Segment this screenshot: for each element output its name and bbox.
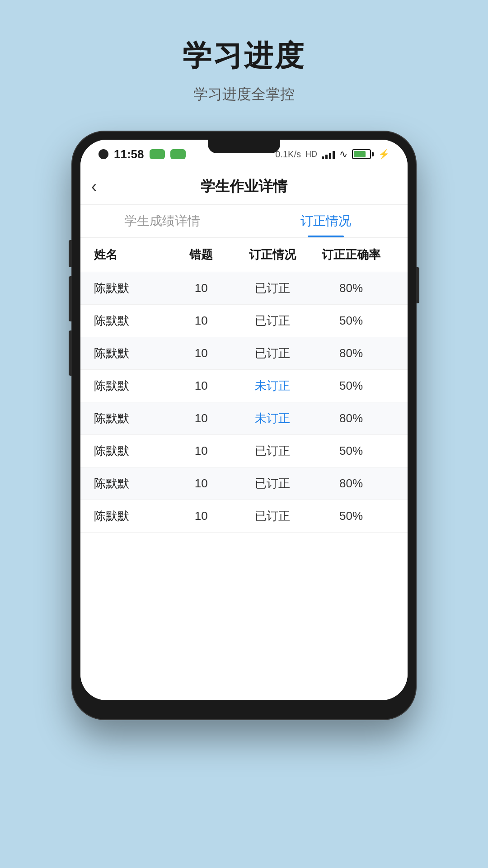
cell-errors: 10 [165, 509, 237, 523]
cell-name: 陈默默 [94, 345, 165, 361]
cell-accuracy: 50% [308, 314, 394, 328]
signal-icon [322, 149, 335, 159]
col-header-accuracy: 订正正确率 [308, 247, 394, 263]
cell-status: 未订正 [237, 410, 308, 426]
network-speed: 0.1K/s [275, 149, 301, 160]
col-header-status: 订正情况 [237, 247, 308, 263]
cell-accuracy: 50% [308, 379, 394, 393]
hd-label: HD [305, 150, 317, 159]
volume-up-button [69, 276, 72, 321]
page-subtitle: 学习进度全掌控 [183, 85, 305, 104]
cell-status: 已订正 [237, 508, 308, 524]
cell-status: 未订正 [237, 378, 308, 394]
phone-notch [208, 140, 280, 153]
status-time: 11:58 [114, 147, 144, 161]
cell-errors: 10 [165, 379, 237, 393]
table-row: 陈默默10未订正50% [80, 370, 408, 402]
cell-name: 陈默默 [94, 313, 165, 329]
table-row: 陈默默10未订正80% [80, 402, 408, 435]
cell-accuracy: 80% [308, 411, 394, 425]
table-row: 陈默默10已订正80% [80, 272, 408, 305]
volume-down-button [69, 330, 72, 376]
cell-name: 陈默默 [94, 508, 165, 524]
cell-errors: 10 [165, 476, 237, 491]
table-header: 姓名 错题 订正情况 订正正确率 [80, 238, 408, 272]
table-body: 陈默默10已订正80%陈默默10已订正50%陈默默10已订正80%陈默默10未订… [80, 272, 408, 533]
status-bar-right: 0.1K/s HD ∿ ⚡ [275, 148, 389, 160]
cell-accuracy: 80% [308, 281, 394, 295]
cell-status: 已订正 [237, 345, 308, 361]
cell-errors: 10 [165, 444, 237, 458]
cell-status: 已订正 [237, 476, 308, 491]
cell-accuracy: 80% [308, 346, 394, 360]
col-header-errors: 错题 [165, 247, 237, 263]
cell-errors: 10 [165, 411, 237, 425]
cell-errors: 10 [165, 281, 237, 295]
mute-button [69, 240, 72, 267]
cell-status: 已订正 [237, 280, 308, 296]
tab-grades[interactable]: 学生成绩详情 [80, 205, 244, 237]
phone-screen: 11:58 0.1K/s HD ∿ ⚡ ‹ 学生作业详情 [80, 140, 408, 700]
cell-name: 陈默默 [94, 410, 165, 426]
cell-accuracy: 80% [308, 476, 394, 491]
power-button [416, 267, 419, 303]
table-row: 陈默默10已订正50% [80, 435, 408, 467]
app-header-title: 学生作业详情 [201, 177, 287, 197]
table-row: 陈默默10已订正80% [80, 337, 408, 370]
cell-accuracy: 50% [308, 444, 394, 458]
cell-name: 陈默默 [94, 378, 165, 394]
phone-frame: 11:58 0.1K/s HD ∿ ⚡ ‹ 学生作业详情 [72, 132, 416, 719]
cell-status: 已订正 [237, 443, 308, 459]
cell-errors: 10 [165, 346, 237, 360]
table-row: 陈默默10已订正50% [80, 500, 408, 533]
status-bar-left: 11:58 [99, 147, 186, 161]
cell-errors: 10 [165, 314, 237, 328]
wifi-icon: ∿ [339, 148, 347, 160]
back-button[interactable]: ‹ [91, 177, 97, 196]
table-row: 陈默默10已订正50% [80, 305, 408, 337]
cell-accuracy: 50% [308, 509, 394, 523]
cell-name: 陈默默 [94, 476, 165, 491]
front-camera [99, 149, 108, 159]
app-header: ‹ 学生作业详情 [80, 169, 408, 205]
table-row: 陈默默10已订正80% [80, 467, 408, 500]
status-icon-2 [170, 149, 186, 159]
data-table: 姓名 错题 订正情况 订正正确率 陈默默10已订正80%陈默默10已订正50%陈… [80, 238, 408, 700]
tab-bar: 学生成绩详情 订正情况 [80, 205, 408, 238]
charging-icon: ⚡ [378, 149, 389, 160]
col-header-name: 姓名 [94, 247, 165, 263]
page-title: 学习进度 [183, 36, 305, 75]
status-icon-1 [150, 149, 165, 159]
battery-icon [352, 149, 374, 159]
page-header: 学习进度 学习进度全掌控 [183, 0, 305, 104]
cell-name: 陈默默 [94, 443, 165, 459]
tab-corrections[interactable]: 订正情况 [244, 205, 408, 237]
cell-name: 陈默默 [94, 280, 165, 296]
cell-status: 已订正 [237, 313, 308, 329]
